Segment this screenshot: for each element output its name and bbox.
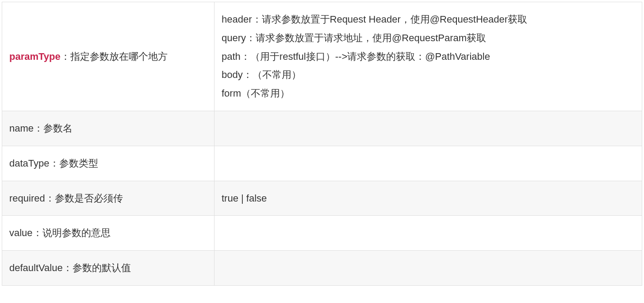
param-label-text: value：说明参数的意思 [9,227,111,238]
param-label-text: defaultValue：参数的默认值 [9,262,131,273]
param-label-cell: required：参数是否必须传 [2,181,215,216]
param-desc-line: query：请求参数放置于请求地址，使用@RequestParam获取 [222,29,635,47]
param-desc-cell [215,216,642,251]
param-label-cell: paramType：指定参数放在哪个地方 [2,2,215,111]
param-keyword: paramType [9,51,61,62]
param-label-cell: dataType：参数类型 [2,146,215,181]
param-label-cell: value：说明参数的意思 [2,216,215,251]
param-label-text: ：指定参数放在哪个地方 [61,51,168,62]
table-row: defaultValue：参数的默认值 [2,251,642,286]
param-desc-cell [215,251,642,286]
table-row: name：参数名 [2,111,642,146]
param-desc-cell [215,146,642,181]
param-label-text: required：参数是否必须传 [9,193,123,204]
table-row: value：说明参数的意思 [2,216,642,251]
param-desc-line: header：请求参数放置于Request Header，使用@RequestH… [222,10,635,29]
param-label-text: dataType：参数类型 [9,158,98,169]
param-desc-cell [215,111,642,146]
param-desc-cell: header：请求参数放置于Request Header，使用@RequestH… [215,2,642,111]
param-label-text: name：参数名 [9,123,73,134]
table-row: paramType：指定参数放在哪个地方 header：请求参数放置于Reque… [2,2,642,111]
table-row: dataType：参数类型 [2,146,642,181]
param-desc-line: path：（用于restful接口）-->请求参数的获取：@PathVariab… [222,47,635,66]
param-label-cell: defaultValue：参数的默认值 [2,251,215,286]
param-desc-line: body：（不常用） [222,66,635,84]
parameter-table: paramType：指定参数放在哪个地方 header：请求参数放置于Reque… [2,2,642,286]
param-desc-cell: true | false [215,181,642,216]
param-desc-line: true | false [222,193,267,204]
param-desc-line: form（不常用） [222,84,635,103]
param-label-cell: name：参数名 [2,111,215,146]
table-row: required：参数是否必须传 true | false [2,181,642,216]
